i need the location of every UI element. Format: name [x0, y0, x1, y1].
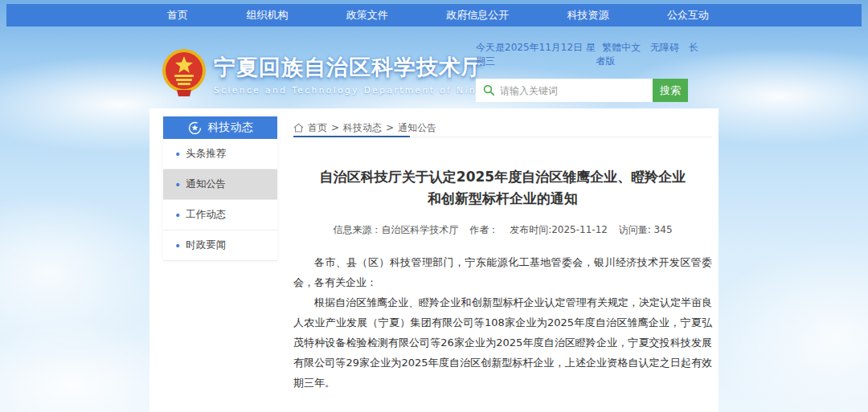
nav-item-policy[interactable]: 政策文件 [346, 8, 388, 22]
nav-item-organization[interactable]: 组织机构 [246, 8, 288, 22]
sidebar-item-notices[interactable]: • 通知公告 [163, 169, 277, 200]
breadcrumb-tech-news[interactable]: 科技动态 [343, 121, 382, 135]
search-button[interactable]: 搜索 [653, 79, 688, 102]
article-body: 各市、县（区）科技管理部门，宁东能源化工基地管委会，银川经济技术开发区管委会，各… [293, 252, 712, 393]
cloud [0, 193, 161, 353]
sidebar-item-work-updates[interactable]: • 工作动态 [163, 200, 277, 230]
nav-item-home[interactable]: 首页 [167, 8, 188, 22]
content-container: 科技动态 • 头条推荐 • 通知公告 • 工作动态 • 时政要闻 首页 > 科技… [149, 108, 719, 412]
breadcrumb-separator: > [386, 122, 394, 133]
breadcrumb-home[interactable]: 首页 [308, 121, 327, 135]
sidebar-header-tech-news[interactable]: 科技动态 [163, 116, 277, 139]
cloud [707, 241, 868, 412]
sidebar-item-current-politics[interactable]: • 时政要闻 [163, 230, 277, 261]
breadcrumb-separator: > [331, 122, 339, 133]
sidebar-title: 科技动态 [208, 120, 253, 135]
nav-item-interaction[interactable]: 公众互动 [667, 8, 709, 22]
article-paragraph: 各市、县（区）科技管理部门，宁东能源化工基地管委会，银川经济技术开发区管委会，各… [293, 252, 712, 292]
sidebar: 科技动态 • 头条推荐 • 通知公告 • 工作动态 • 时政要闻 [163, 116, 277, 261]
meta-author: 作者： [469, 224, 498, 235]
article-title: 自治区科技厅关于认定2025年度自治区雏鹰企业、瞪羚企业 和创新型标杆企业的通知 [293, 166, 712, 210]
site-title: 宁夏回族自治区科学技术厅 [214, 53, 502, 82]
sidebar-item-label: 头条推荐 [186, 147, 226, 161]
sidebar-item-headlines[interactable]: • 头条推荐 [163, 139, 277, 169]
link-traditional-chinese[interactable]: 繁體中文 [602, 42, 641, 53]
header-right: 今天是2025年11月12日 星期三 繁體中文 无障碍 长者版 搜索 [476, 41, 701, 102]
article-paragraph: 根据自治区雏鹰企业、瞪羚企业和创新型标杆企业认定管理有关规定，决定认定半亩良人农… [293, 292, 712, 393]
home-icon [293, 123, 304, 133]
breadcrumb: 首页 > 科技动态 > 通知公告 [293, 108, 712, 136]
sidebar-item-label: 时政要闻 [186, 239, 226, 252]
nav-item-gov-info[interactable]: 政府信息公开 [446, 8, 509, 22]
site-subtitle: Science and Technology Department of Nin… [214, 85, 502, 95]
link-accessibility[interactable]: 无障碍 [650, 42, 679, 53]
bullet-icon: • [174, 210, 181, 221]
search-icon [483, 84, 495, 96]
meta-source: 信息来源：自治区科学技术厅 [333, 224, 458, 235]
search-input[interactable] [500, 85, 645, 96]
meta-visits: 访问量: 345 [619, 224, 673, 235]
sidebar-item-label: 通知公告 [186, 177, 226, 191]
bullet-icon: • [174, 149, 181, 160]
bullet-icon: • [174, 179, 181, 190]
main-article-area: 首页 > 科技动态 > 通知公告 自治区科技厅关于认定2025年度自治区雏鹰企业… [293, 108, 712, 412]
breadcrumb-notices[interactable]: 通知公告 [398, 121, 436, 135]
site-brand: 宁夏回族自治区科学技术厅 Science and Technology Depa… [161, 48, 502, 96]
top-navigation: 首页 组织机构 政策文件 政府信息公开 科技资源 公众互动 [6, 4, 862, 27]
breadcrumb-rule [293, 136, 712, 137]
current-date: 今天是2025年11月12日 星期三 [476, 41, 596, 68]
nav-item-resources[interactable]: 科技资源 [567, 8, 609, 22]
national-emblem-logo [161, 48, 207, 96]
bullet-icon: • [174, 240, 181, 251]
star-circle-icon [188, 121, 202, 135]
meta-publish-time: 发布时间:2025-11-12 [510, 224, 608, 235]
sidebar-item-label: 工作动态 [186, 208, 226, 222]
article-meta: 信息来源：自治区科学技术厅 作者： 发布时间:2025-11-12 访问量: 3… [293, 223, 712, 237]
search-bar: 搜索 [476, 79, 688, 102]
